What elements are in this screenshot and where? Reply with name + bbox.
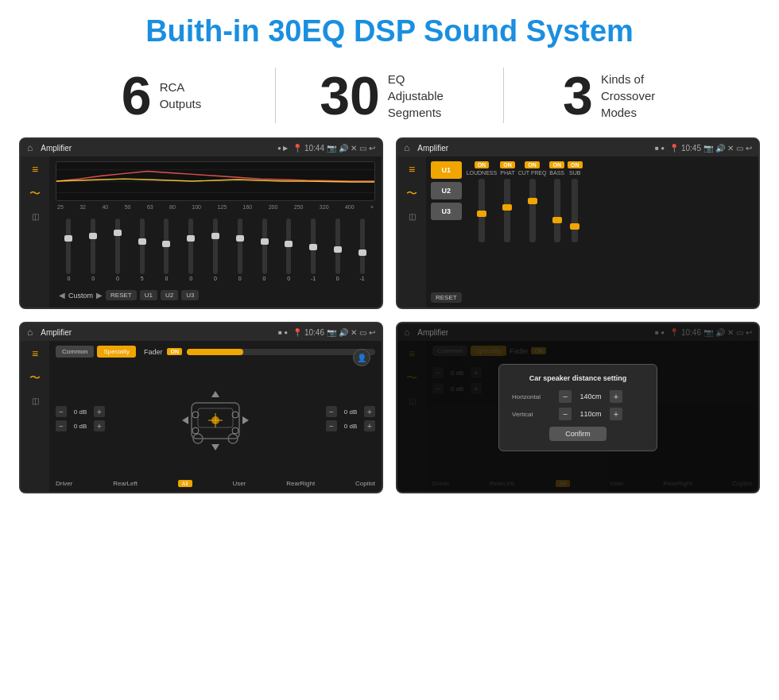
home-icon-3[interactable]: ⌂ — [27, 327, 33, 338]
plus-fl-top[interactable]: + — [94, 406, 105, 417]
eq-thumb-11 — [334, 246, 342, 253]
vertical-label: Vertical — [512, 411, 556, 418]
bass-col: ON BASS — [549, 161, 564, 303]
status-icons-1: 📍 10:44 📷 🔊 ✕ ▭ ↩ — [293, 144, 375, 153]
eq-val-11: 0 — [336, 276, 339, 281]
u1-btn-amp[interactable]: U1 — [431, 161, 462, 179]
page-title: Buith-in 30EQ DSP Sound System — [0, 0, 779, 60]
minus-fr-top[interactable]: − — [326, 406, 337, 417]
horizontal-row: Horizontal − 140cm + — [512, 390, 644, 403]
eq-track-6[interactable] — [213, 219, 218, 274]
speaker-icon-2[interactable]: ◫ — [409, 212, 416, 221]
minus-fr-bot[interactable]: − — [326, 420, 337, 431]
confirm-button[interactable]: Confirm — [549, 427, 607, 441]
sub-col: ON SUB — [568, 161, 583, 303]
eq-track-2[interactable] — [115, 219, 120, 274]
reset-btn-amp[interactable]: RESET — [431, 292, 462, 303]
camera-icon-1: 📷 — [327, 144, 336, 153]
user-label[interactable]: User — [232, 480, 246, 487]
vertical-plus[interactable]: + — [610, 408, 622, 420]
fader-fill — [187, 349, 243, 355]
wave-icon-3[interactable]: 〜 — [29, 371, 41, 385]
driver-label[interactable]: Driver — [56, 480, 72, 487]
phat-on[interactable]: ON — [500, 161, 515, 168]
eq-track-10[interactable] — [311, 219, 316, 274]
u2-btn[interactable]: U2 — [161, 290, 178, 300]
back-icon-2[interactable]: ↩ — [746, 144, 752, 153]
bass-label: BASS — [549, 170, 564, 176]
minus-fl-bot[interactable]: − — [56, 420, 67, 431]
eq-track-9[interactable] — [286, 219, 291, 274]
sub-on[interactable]: ON — [568, 161, 583, 168]
prev-btn[interactable]: ◀ — [59, 291, 65, 300]
eq-icon-2[interactable]: ≡ — [409, 163, 415, 176]
speaker-icon-3[interactable]: ◫ — [32, 396, 39, 405]
plus-fr-top[interactable]: + — [364, 406, 375, 417]
eq-track-0[interactable] — [66, 219, 71, 274]
eq-track-12[interactable] — [360, 219, 365, 274]
eq-icon-1[interactable]: ≡ — [32, 163, 38, 176]
back-icon-3[interactable]: ↩ — [369, 328, 375, 337]
u1-btn[interactable]: U1 — [140, 290, 157, 300]
eq-track-1[interactable] — [91, 219, 95, 274]
time-1: 10:44 — [304, 144, 324, 153]
reset-btn-eq[interactable]: RESET — [106, 290, 137, 300]
home-icon-1[interactable]: ⌂ — [27, 142, 33, 153]
fader-slider[interactable] — [187, 349, 375, 355]
rearright-label[interactable]: RearRight — [286, 480, 315, 487]
cutfreq-slider[interactable] — [529, 179, 536, 242]
eq-track-4[interactable] — [164, 219, 169, 274]
next-btn[interactable]: ▶ — [96, 291, 103, 300]
eq-icon-3[interactable]: ≡ — [32, 347, 38, 360]
eq-track-8[interactable] — [262, 219, 267, 274]
tab-common[interactable]: Common — [56, 346, 94, 358]
fader-row: Fader ON — [144, 348, 375, 356]
copilot-label[interactable]: Copilot — [355, 480, 375, 487]
screen-content-1: ≡ 〜 ◫ — [21, 157, 382, 307]
sub-slider[interactable] — [572, 179, 578, 242]
plus-fr-bot[interactable]: + — [364, 420, 375, 431]
eq-track-5[interactable] — [188, 219, 193, 274]
speaker-icon-1[interactable]: ◫ — [32, 212, 39, 221]
tab-specialty[interactable]: Specialty — [97, 346, 135, 358]
status-icons-3: 📍 10:46 📷 🔊 ✕ ▭ ↩ — [293, 328, 375, 337]
cutfreq-on[interactable]: ON — [525, 161, 540, 168]
horizontal-plus[interactable]: + — [610, 390, 622, 403]
wave-icon-2[interactable]: 〜 — [406, 187, 417, 201]
x-icon-1: ✕ — [351, 144, 357, 153]
user-icon-fader[interactable]: 👤 — [353, 349, 370, 366]
eq-thumb-4 — [162, 241, 170, 247]
u2-btn-amp[interactable]: U2 — [431, 182, 462, 199]
plus-fl-bot[interactable]: + — [94, 420, 105, 431]
horizontal-minus[interactable]: − — [559, 390, 572, 403]
loudness-slider[interactable] — [479, 179, 485, 242]
screen-content-3: ≡ 〜 ◫ Common Specialty Fader ON — [21, 341, 382, 492]
phat-slider[interactable] — [504, 179, 510, 242]
eq-track-7[interactable] — [238, 219, 242, 274]
db-val-fr-bot: 0 dB — [339, 423, 362, 430]
bass-slider[interactable] — [554, 179, 560, 242]
vertical-minus[interactable]: − — [559, 408, 572, 420]
stat-eq: 30 EQ AdjustableSegments — [276, 68, 503, 122]
home-icon-2[interactable]: ⌂ — [404, 142, 409, 153]
time-3: 10:46 — [304, 328, 324, 337]
cutfreq-col: ON CUT FREQ — [518, 161, 547, 303]
status-bar-2: ⌂ Amplifier ■ ● 📍 10:45 📷 🔊 ✕ ▭ ↩ — [397, 139, 758, 157]
u3-btn[interactable]: U3 — [181, 290, 199, 300]
eq-track-11[interactable] — [335, 219, 340, 274]
minus-fl-top[interactable]: − — [56, 406, 67, 417]
back-icon-1[interactable]: ↩ — [369, 144, 375, 153]
location-icon-2: 📍 — [669, 144, 679, 153]
loudness-on[interactable]: ON — [475, 161, 490, 168]
eq-track-3[interactable] — [140, 219, 145, 274]
db-val-fl-top: 0 dB — [69, 408, 91, 416]
bass-on[interactable]: ON — [549, 161, 564, 168]
wave-icon-1[interactable]: 〜 — [29, 187, 41, 201]
fader-on[interactable]: ON — [167, 348, 182, 355]
u3-btn-amp[interactable]: U3 — [431, 203, 462, 220]
rearleft-label[interactable]: RearLeft — [113, 480, 138, 487]
all-badge[interactable]: All — [178, 480, 192, 487]
camera-icon-3: 📷 — [327, 328, 336, 337]
eq-val-12: -1 — [359, 276, 364, 281]
battery-icon-1: ▭ — [359, 144, 366, 153]
